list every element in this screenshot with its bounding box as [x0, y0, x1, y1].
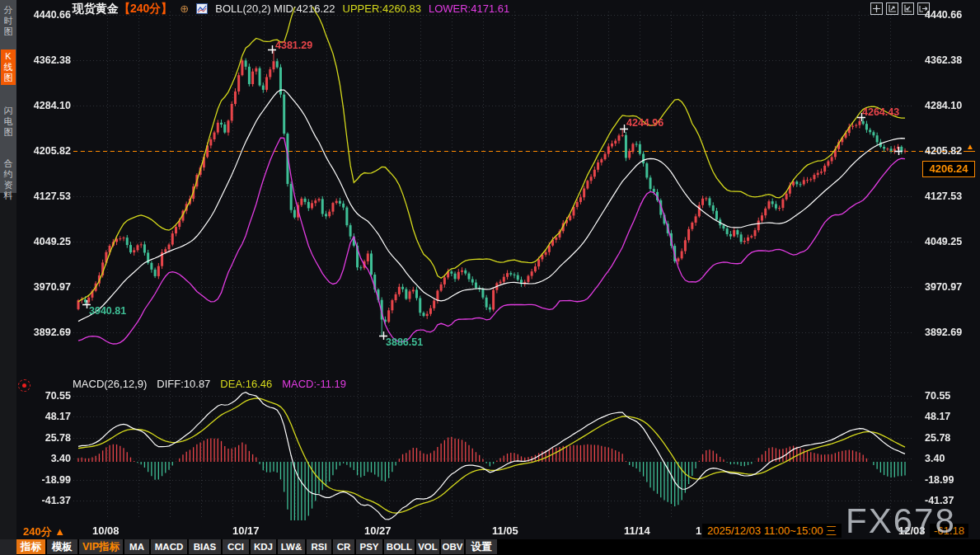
toolbar-button-rsi[interactable]: RSI [307, 539, 331, 554]
boll-lower-readout: LOWER:4171.61 [429, 2, 509, 15]
macd-title: MACD(26,12,9) [73, 378, 147, 390]
sidebar-item-kline-chart[interactable]: K线图 [1, 49, 16, 85]
macd-diff-readout: DIFF:10.87 [157, 378, 210, 390]
price-axis-label: 4284.10 [925, 98, 976, 113]
toolbar-button-kdj[interactable]: KDJ [251, 539, 276, 554]
price-up-arrow-icon: ▲ [966, 142, 974, 152]
sidebar-item-contract-info[interactable]: 合约资料 [1, 157, 16, 203]
chart-tool-buttons [870, 2, 930, 15]
macd-axis-label: 3.40 [925, 451, 976, 466]
price-axis-label: 4127.53 [21, 189, 71, 204]
price-axis-label: 4205.82 [21, 143, 71, 158]
x-axis-date: 12/03 [898, 524, 926, 537]
period-badge[interactable]: 【240分】 [119, 2, 172, 16]
macd-axis-label: 48.17 [925, 409, 976, 424]
period-arrow-icon: ▲ [54, 525, 65, 538]
sidebar-tail [0, 193, 16, 539]
boll-readout: BOLL(20,2) MID:4216.22 [215, 2, 335, 15]
crosshair-icon[interactable] [870, 2, 883, 15]
boll-upper-readout: UPPER:4260.83 [343, 2, 421, 15]
macd-axis-label: -18.99 [925, 473, 976, 487]
toolbar-button-vip-indicators[interactable]: VIP指标 [79, 539, 123, 554]
chart-header: 现货黄金 【240分】 ⊕ BOLL(20,2) MID:4216.22 UPP… [73, 2, 509, 16]
toolbar-button-cci[interactable]: CCI [223, 539, 249, 554]
toolbar-button-indicators[interactable]: 指标 [16, 539, 45, 554]
macd-axis-label: 70.55 [925, 388, 976, 403]
toolbar-button-templates[interactable]: 模板 [47, 539, 77, 554]
sidebar: 分时图 K线图 闪电图 合约资料 [0, 0, 16, 193]
trading-app: 分时图 K线图 闪电图 合约资料 现货黄金 【240分】 ⊕ BOLL(20,2… [0, 0, 980, 555]
toolbar-button-lw[interactable]: LW& [278, 539, 305, 554]
toolbar-button-macd[interactable]: MACD [151, 539, 187, 554]
symbol-title: 现货黄金 [73, 2, 119, 16]
price-axis-label: 3970.97 [925, 280, 976, 294]
annotation-high: 4264.43 [862, 106, 899, 118]
annotation-low: 3940.81 [89, 305, 126, 317]
x-axis-date-remnant: 1 [696, 524, 701, 537]
toolbar-button-obv[interactable]: OBV [441, 539, 464, 554]
macd-axis-label: 3.40 [21, 451, 71, 466]
toolbar-corner [0, 539, 16, 555]
toolbar-button-psy[interactable]: PSY [356, 539, 382, 554]
indicator-toolbar: 指标 模板 VIP指标 MA MACD BIAS CCI KDJ LW& RSI… [16, 539, 980, 555]
macd-axis-label: 48.17 [21, 409, 71, 424]
x-axis-date: 11/05 [492, 524, 518, 537]
price-axis-label: 4440.66 [21, 7, 71, 22]
x-axis-date: 10/27 [364, 524, 392, 537]
record-icon[interactable] [18, 379, 30, 392]
price-axis-label: 4127.53 [925, 189, 976, 204]
price-axis-label: 4362.38 [925, 53, 976, 68]
price-axis-label: 3892.69 [925, 325, 976, 340]
macd-value-box: -61.18 [930, 524, 968, 538]
x-axis-date: 11/14 [624, 524, 650, 537]
zoom-in-axes-icon[interactable] [886, 2, 898, 15]
zoom-out-axes-icon[interactable] [902, 2, 914, 15]
x-axis-date: 10/08 [92, 524, 120, 537]
price-axis-label: 3970.97 [21, 280, 71, 294]
annotation-high: 4244.96 [626, 117, 663, 129]
x-axis-date: 10/17 [232, 524, 260, 537]
macd-dea-readout: DEA:16.46 [220, 378, 272, 390]
chart-canvas[interactable] [0, 0, 980, 555]
macd-value-readout: MACD:-11.19 [282, 378, 346, 390]
macd-axis-label: -41.37 [925, 493, 976, 508]
price-axis-label: 4049.25 [21, 234, 71, 249]
toolbar-button-cr[interactable]: CR [333, 539, 354, 554]
macd-axis-label: 25.78 [925, 430, 976, 445]
price-axis-label: 4362.38 [21, 53, 71, 68]
current-price-box: 4206.24 [922, 161, 975, 177]
price-axis-label: 3892.69 [21, 325, 71, 340]
sidebar-item-lightning-chart[interactable]: 闪电图 [1, 104, 16, 139]
toolbar-button-bias[interactable]: BIAS [189, 539, 221, 554]
toolbar-button-ma[interactable]: MA [124, 539, 149, 554]
toolbar-button-boll[interactable]: BOLL [384, 539, 415, 554]
toolbar-button-vol[interactable]: VOL [416, 539, 439, 554]
macd-axis-label: -18.99 [21, 473, 71, 487]
crosshair-time-tooltip: 2025/12/03 11:00~15:00 三 [702, 524, 842, 538]
toolbar-button-settings[interactable]: 设置 [466, 539, 497, 554]
macd-axis-label: -41.37 [21, 493, 71, 508]
macd-header: MACD(26,12,9) DIFF:10.87 DEA:16.46 MACD:… [73, 378, 346, 390]
price-axis-label: 4284.10 [21, 98, 71, 113]
add-compare-icon[interactable]: ⊕ [180, 2, 189, 15]
macd-axis-label: 25.78 [21, 430, 71, 445]
annotation-low: 3886.51 [386, 336, 423, 348]
period-selector[interactable]: 240分 ▲ [23, 524, 65, 539]
macd-axis-label: 70.55 [21, 388, 71, 403]
chart-type-icon[interactable] [196, 3, 208, 14]
price-axis-label: 4049.25 [925, 234, 976, 249]
price-axis-label: 4440.66 [925, 7, 976, 22]
sidebar-item-time-chart[interactable]: 分时图 [1, 3, 16, 39]
annotation-high: 4381.29 [275, 40, 312, 51]
